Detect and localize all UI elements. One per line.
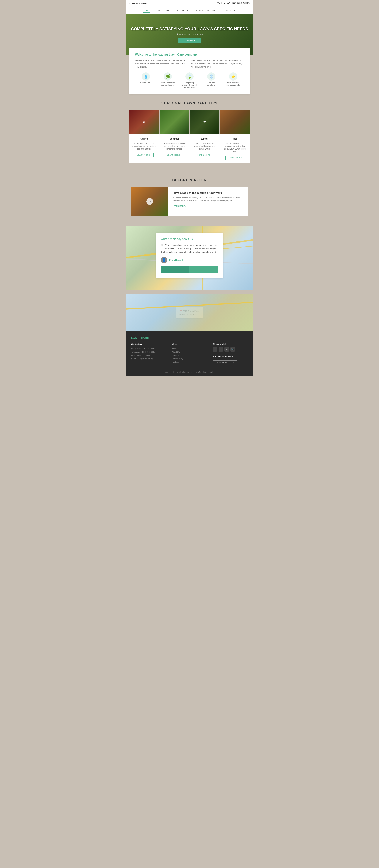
summer-overlay (160, 110, 189, 134)
before-after-section: BEFORE & AFTER ‹ › Have a look at the re… (126, 173, 253, 222)
footer-fax: FAX: +1 800 889 9099 (131, 354, 166, 357)
hero-heading: COMPLETELY SATISFYING YOUR LAWN'S SPECIF… (131, 27, 248, 31)
spring-learn-more[interactable]: LEARN MORE › (135, 153, 153, 157)
before-after-content: ‹ › Have a look at the results of our wo… (131, 187, 248, 216)
organic-fertilization-label: Organic fertilization and weed control (160, 82, 175, 86)
winter-title: Winter (193, 137, 217, 140)
before-after-subheading: Have a look at the results of our work (173, 191, 243, 195)
spring-card: Spring If your lawn is in need of profes… (129, 134, 159, 163)
welcome-heading-post: company (184, 53, 198, 56)
footer-terms[interactable]: Terms of use (194, 371, 203, 373)
testimonial-card: What people say about us: " Thought you … (156, 233, 223, 278)
testimonial-heading-pre: What (161, 237, 168, 241)
main-nav: HOME ABOUT US SERVICES PHOTO GALLERY CON… (126, 7, 253, 14)
fall-desc: The excess heat that is produced during … (223, 142, 247, 153)
fall-title: Fall (223, 137, 247, 140)
welcome-section: Welcome to the leading Lawn Care company… (129, 48, 250, 94)
testimonials-section: What people say about us: " Thought you … (126, 225, 253, 290)
footer-menu-about[interactable]: About Us (172, 350, 207, 354)
nav-services[interactable]: SERVICES (177, 9, 188, 13)
nav-home[interactable]: HOME (143, 9, 150, 13)
winter-overlay: ⊕ (190, 110, 219, 134)
testimonial-quote: Thought you should know that your employ… (161, 244, 217, 253)
seasonal-heading: SEASONAL LAWN CARE TIPS (129, 101, 250, 105)
welcome-col-1: We offer a wide variety of lawn care ser… (135, 59, 188, 69)
site-footer: LAWN CARE Contact us Freephone: +1 800 5… (126, 331, 253, 376)
before-after-text: Have a look at the results of our work W… (168, 187, 248, 216)
loc-road-2 (177, 294, 177, 331)
site-header: LAWN CARE Call us: +1 800 559 6580 (126, 0, 253, 7)
location-map-bg (126, 294, 253, 331)
header-phone: Call us: +1 800 559 6580 (217, 2, 250, 5)
social-icons: f t ▶ 📷 (213, 347, 248, 351)
footer-menu-gallery[interactable]: Photo Gallery (172, 357, 207, 361)
welcome-heading-pre: Welcome to the leading (135, 53, 169, 56)
summer-card: Summer The growing season reaches its ap… (160, 134, 189, 163)
footer-menu-services[interactable]: Services (172, 354, 207, 357)
footer-freephone: Freephone: +1 800 559 6580 (131, 347, 166, 350)
testimonial-heading-post: about us: (181, 237, 194, 241)
service-new-lawn: ❄️ New lawn installation (200, 72, 222, 86)
season-images: ⊕ ⊕ (129, 110, 250, 134)
footer-social-col: We are social f t ▶ 📷 Still have questio… (213, 343, 248, 365)
mulch-icon: ⭐ (229, 72, 237, 81)
fall-card: Fall The excess heat that is produced du… (220, 134, 250, 163)
before-after-nav[interactable]: ‹ › (146, 198, 153, 205)
organic-fertilization-icon: 🌿 (164, 72, 172, 81)
spring-title: Spring (132, 137, 156, 140)
service-gutter-cleaning: 💧 Gutter cleaning (135, 72, 157, 84)
testimonial-text: " Thought you should know that your empl… (161, 244, 218, 254)
summer-title: Summer (162, 137, 186, 140)
footer-menu-home[interactable]: Home (172, 347, 207, 350)
nav-gallery[interactable]: PHOTO GALLERY (196, 9, 216, 13)
testimonial-next-button[interactable]: → (190, 267, 218, 274)
mulch-label: Mulch and other services available (226, 82, 241, 86)
quote-icon: " (161, 244, 163, 250)
footer-contact-col: Contact us Freephone: +1 800 559 6580 Te… (131, 343, 166, 365)
reviewer-name: Kevin Howard (169, 259, 183, 261)
nav-about[interactable]: ABOUT US (158, 9, 170, 13)
footer-telephone: Telephone: +1 800 603 6035 (131, 350, 166, 354)
welcome-col-2: From weed control to core aeration, lawn… (191, 59, 244, 69)
facebook-icon[interactable]: f (213, 347, 217, 351)
hero-content: COMPLETELY SATISFYING YOUR LAWN'S SPECIF… (127, 23, 252, 46)
footer-social-heading: We are social (213, 343, 248, 345)
footer-logo: LAWN CARE (131, 337, 248, 339)
spring-add-icon: ⊕ (143, 120, 145, 124)
youtube-icon[interactable]: ▶ (225, 347, 229, 351)
footer-menu-heading: Menu (172, 343, 207, 345)
footer-columns: Contact us Freephone: +1 800 559 6580 Te… (131, 343, 248, 365)
footer-contact-heading: Contact us (131, 343, 166, 345)
fall-learn-more[interactable]: LEARN MORE › (226, 156, 244, 160)
summer-learn-more[interactable]: LEARN MORE › (165, 153, 184, 157)
gutter-cleaning-icon: 💧 (142, 72, 150, 81)
welcome-heading: Welcome to the leading Lawn Care company (135, 53, 244, 56)
nav-contacts[interactable]: CONTACTS (223, 9, 236, 13)
testimonial-prev-button[interactable]: ← (161, 267, 190, 274)
hero-learn-more-button[interactable]: LEARN MORE › (178, 38, 201, 43)
winter-learn-more[interactable]: LEARN MORE › (195, 153, 214, 157)
twitter-icon[interactable]: t (218, 347, 223, 351)
summer-desc: The growing season reaches its apex as t… (162, 142, 186, 150)
services-icons-list: 💧 Gutter cleaning 🌿 Organic fertilizatio… (135, 72, 244, 89)
footer-email: E-mail: mail@demolink.org (131, 357, 166, 361)
new-lawn-icon: ❄️ (207, 72, 215, 81)
winter-image: ⊕ (190, 110, 219, 134)
footer-copyright: Lawn Care © 2016. All rights reserved. (164, 371, 193, 373)
map-road-5 (228, 225, 228, 290)
hero-subheading: Let us work hard on your yard (131, 33, 248, 36)
footer-privacy[interactable]: Privacy Policy (204, 371, 215, 373)
gutter-cleaning-label: Gutter cleaning (140, 82, 151, 84)
before-after-image: ‹ › (131, 187, 168, 216)
reviewer: 👤 Kevin Howard (161, 257, 218, 264)
send-request-button[interactable]: SEND REQUEST › (213, 361, 237, 365)
footer-menu-contacts[interactable]: Contacts (172, 361, 207, 364)
spring-image: ⊕ (129, 110, 159, 134)
footer-menu-col: Menu Home About Us Services Photo Galler… (172, 343, 207, 365)
reviewer-avatar: 👤 (161, 257, 167, 264)
footer-bottom: Lawn Care © 2016. All rights reserved. T… (131, 369, 248, 373)
phone-number[interactable]: +1 800 559 6580 (227, 2, 250, 5)
welcome-brand: Lawn Care (169, 53, 184, 56)
instagram-icon[interactable]: 📷 (230, 347, 235, 351)
before-after-link[interactable]: LEARN MORE › (173, 205, 186, 207)
